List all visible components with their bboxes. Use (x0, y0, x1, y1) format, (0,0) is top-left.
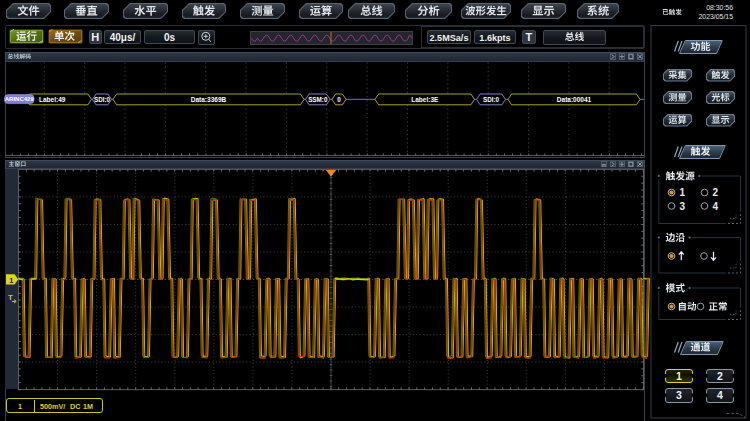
svg-text:4: 4 (713, 201, 719, 212)
svg-text:1: 1 (680, 187, 686, 198)
svg-text:3: 3 (680, 201, 686, 212)
svg-text:2: 2 (713, 187, 719, 198)
